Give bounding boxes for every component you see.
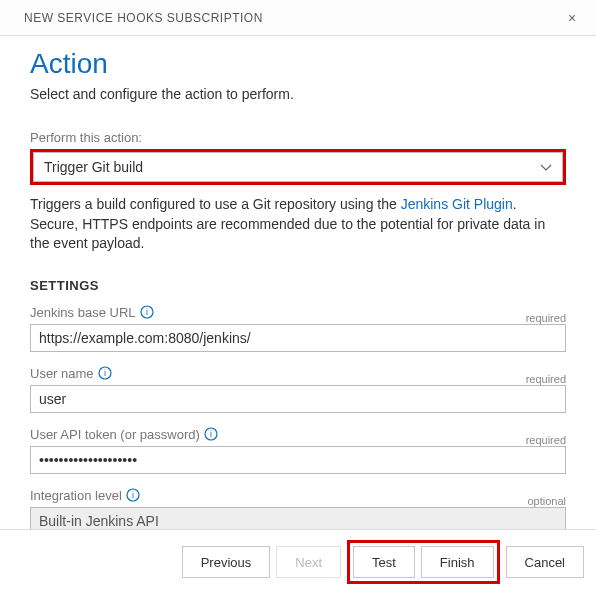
chevron-down-icon: [540, 161, 552, 173]
svg-text:i: i: [104, 368, 106, 378]
info-icon[interactable]: i: [140, 305, 154, 319]
token-field: User API token (or password) i required: [30, 427, 566, 474]
page-subtitle: Select and configure the action to perfo…: [30, 86, 566, 102]
required-tag: required: [526, 312, 566, 324]
username-field: User name i required: [30, 366, 566, 413]
next-button: Next: [276, 546, 341, 578]
finish-button[interactable]: Finish: [421, 546, 494, 578]
action-select[interactable]: Trigger Git build: [33, 152, 563, 182]
required-tag: required: [526, 373, 566, 385]
page-title: Action: [30, 48, 566, 80]
dialog-title: NEW SERVICE HOOKS SUBSCRIPTION: [24, 11, 263, 25]
dialog-footer: Previous Next Test Finish Cancel: [0, 529, 596, 594]
action-select-value: Trigger Git build: [44, 159, 143, 175]
dialog-content: Action Select and configure the action t…: [0, 36, 596, 535]
jenkins-url-input[interactable]: [30, 324, 566, 352]
test-button[interactable]: Test: [353, 546, 415, 578]
username-input[interactable]: [30, 385, 566, 413]
integration-label: Integration level i: [30, 488, 140, 503]
action-field: Perform this action: Trigger Git build T…: [30, 130, 566, 254]
previous-button[interactable]: Previous: [182, 546, 271, 578]
username-label: User name i: [30, 366, 112, 381]
integration-field: Integration level i optional: [30, 488, 566, 535]
token-input[interactable]: [30, 446, 566, 474]
jenkins-git-plugin-link[interactable]: Jenkins Git Plugin: [401, 196, 513, 212]
action-description: Triggers a build configured to use a Git…: [30, 195, 566, 254]
settings-heading: SETTINGS: [30, 278, 566, 293]
close-icon[interactable]: ×: [562, 10, 582, 26]
info-icon[interactable]: i: [126, 488, 140, 502]
cancel-button[interactable]: Cancel: [506, 546, 584, 578]
highlight-action-select: Trigger Git build: [30, 149, 566, 185]
jenkins-url-field: Jenkins base URL i required: [30, 305, 566, 352]
jenkins-url-label: Jenkins base URL i: [30, 305, 154, 320]
svg-text:i: i: [132, 490, 134, 500]
required-tag: required: [526, 434, 566, 446]
highlight-test-finish: Test Finish: [347, 540, 500, 584]
action-label: Perform this action:: [30, 130, 566, 145]
dialog-header: NEW SERVICE HOOKS SUBSCRIPTION ×: [0, 0, 596, 36]
info-icon[interactable]: i: [98, 366, 112, 380]
token-label: User API token (or password) i: [30, 427, 218, 442]
svg-text:i: i: [146, 307, 148, 317]
info-icon[interactable]: i: [204, 427, 218, 441]
optional-tag: optional: [527, 495, 566, 507]
svg-text:i: i: [210, 429, 212, 439]
